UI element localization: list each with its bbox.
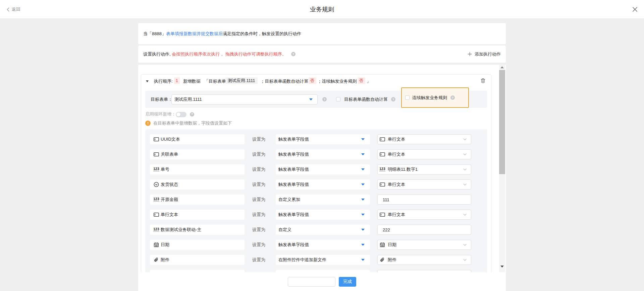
scroll-up-icon[interactable] (500, 66, 504, 68)
target-field-box (150, 270, 245, 272)
attachment-icon (154, 257, 159, 263)
target-field-box: 单行文本 (150, 210, 245, 220)
custom-value-input[interactable] (377, 195, 471, 205)
number-icon: 123 (154, 227, 159, 232)
target-field-box: 123 单号 (150, 164, 245, 174)
calc-badge: 否 (309, 77, 316, 84)
calc-checkbox-label: 目标表单函数自动计算 (344, 96, 388, 102)
loop-insert-label: 启用循环新增： (145, 111, 176, 117)
value-source-select[interactable]: 触发表单字段值 (276, 210, 370, 220)
target-form-badge: 测试应用.1111 (225, 77, 258, 84)
caret-down-icon (361, 244, 365, 246)
chevron-down-icon (463, 184, 467, 186)
value-source-select[interactable]: 触发表单字段值 (276, 240, 370, 250)
target-form-value: 测试应用.1111 (174, 96, 309, 102)
field-mapping-row: 日期 设置为 触发表单字段值 日期 (150, 240, 487, 250)
trigger-suffix: 满足指定的条件时，触发设置的执行动作 (223, 31, 301, 37)
delete-rule-icon[interactable] (480, 78, 486, 83)
set-as-label: 设置为 (245, 242, 276, 248)
source-field-select[interactable]: 单行文本 (377, 149, 471, 159)
caret-down-icon (361, 259, 365, 261)
help-icon[interactable]: ? (291, 52, 296, 56)
chevron-down-icon (463, 259, 467, 261)
confirm-button[interactable]: 完成 (339, 277, 356, 287)
number-icon: 123 (154, 167, 159, 172)
loop-insert-toggle[interactable] (176, 112, 186, 117)
date-icon (154, 242, 159, 247)
footer-input[interactable] (288, 277, 335, 287)
summary-chain-label: ；连续触发业务规则 (318, 78, 357, 84)
close-icon[interactable] (632, 7, 638, 12)
target-form-select[interactable]: 测试应用.1111 (171, 94, 318, 104)
warning-icon: ! (145, 121, 151, 126)
set-as-label: 设置为 (245, 136, 276, 142)
set-as-label: 设置为 (245, 166, 276, 172)
chain-checkbox[interactable] (405, 95, 410, 100)
caret-down-icon (361, 138, 365, 140)
number-icon: 123 (154, 197, 159, 202)
value-source-select[interactable]: 触发表单字段值 (276, 149, 370, 159)
target-field-box: 发货状态 (150, 179, 245, 190)
source-field-select[interactable]: 日期 (377, 240, 471, 250)
source-field-select[interactable]: 单行文本 (377, 210, 471, 220)
target-form-label: 目标表单： (151, 96, 172, 102)
set-as-label: 设置为 (245, 151, 276, 157)
caret-down-icon (361, 229, 365, 231)
chain-option-highlight: 连续触发业务规则 ? (401, 87, 469, 108)
value-source-select[interactable] (276, 270, 370, 272)
source-field-select[interactable] (377, 270, 471, 272)
caret-down-icon (361, 168, 365, 170)
target-field-box: UUID文本 (150, 134, 245, 144)
value-source-select[interactable]: 触发表单字段值 (276, 179, 370, 190)
value-source-select[interactable]: 触发表单字段值 (276, 164, 370, 174)
text-field-icon (154, 137, 159, 142)
page-title: 业务规则 (0, 0, 644, 19)
text-field-icon (380, 182, 385, 187)
summary-calc-label: ；目标表单函数自动计算 (261, 78, 309, 84)
target-field-box: 123 开票金额 (150, 195, 245, 205)
chevron-down-icon (463, 168, 467, 170)
vertical-scrollbar[interactable] (499, 65, 505, 272)
custom-value-input[interactable] (377, 225, 471, 235)
value-source-select[interactable]: 触发表单字段值 (276, 134, 370, 144)
source-field-select[interactable]: 123 明细表11.数字1 (377, 164, 471, 174)
attachment-icon (380, 257, 385, 263)
chevron-down-icon (463, 244, 467, 246)
field-mapping-row: 123 开票金额 设置为 自定义累加 (150, 195, 487, 205)
field-setup-hint-row: ! 在目标表单中新增数据，字段值设置如下 (145, 119, 487, 127)
chain-checkbox-label: 连续触发业务规则 (412, 95, 447, 101)
target-field-box: 关联表单 (150, 149, 245, 159)
scrollbar-thumb[interactable] (499, 70, 505, 174)
field-mapping-row: 关联表单 设置为 触发表单字段值 单行文本 (150, 149, 487, 159)
number-icon: 123 (380, 167, 385, 172)
rule-card: 执行顺序: 1 新增数据 「目标表单 测试应用.1111 ；目标表单函数自动计算… (138, 65, 506, 291)
value-source-select[interactable]: 自定义累加 (276, 195, 370, 205)
summary-target-label: 「目标表单 (204, 78, 226, 84)
help-icon[interactable]: ? (391, 97, 395, 101)
source-field-select[interactable]: 附件 (377, 255, 471, 265)
target-field-box: 123 数据测试业务联动-主 (150, 225, 245, 235)
collapse-caret-icon[interactable] (146, 80, 149, 82)
action-settings-hint: 会按照执行顺序依次执行， 拖拽执行动作可调整执行顺序。 (171, 52, 286, 57)
action-settings-bar: 设置执行动作, 会按照执行顺序依次执行， 拖拽执行动作可调整执行顺序。 ? 添加… (138, 46, 506, 63)
set-as-label: 设置为 (245, 227, 276, 233)
set-as-label: 设置为 (245, 257, 276, 263)
chevron-down-icon (463, 214, 467, 216)
scroll-down-icon[interactable] (500, 266, 504, 268)
field-mapping-row: 单行文本 设置为 触发表单字段值 单行文本 (150, 210, 487, 220)
source-field-select[interactable]: 单行文本 (377, 179, 471, 190)
target-field-box: 附件 (150, 255, 245, 265)
field-mapping-row (150, 270, 487, 272)
help-icon[interactable]: ? (450, 95, 455, 100)
add-action-button[interactable]: 添加执行动作 (468, 51, 501, 57)
source-field-select[interactable]: 单行文本 (377, 134, 471, 144)
calc-checkbox[interactable] (336, 97, 340, 101)
value-source-select[interactable]: 自定义 (276, 225, 370, 235)
caret-down-icon (309, 98, 313, 100)
add-action-label: 添加执行动作 (475, 51, 501, 57)
help-icon[interactable]: ? (190, 112, 194, 117)
trigger-event-link[interactable]: 表单填报新数据并提交数据后 (166, 31, 223, 37)
value-source-select[interactable]: 在附件控件中追加新文件 (276, 255, 370, 265)
set-as-label: 设置为 (245, 212, 276, 218)
help-icon[interactable]: ? (322, 97, 327, 101)
